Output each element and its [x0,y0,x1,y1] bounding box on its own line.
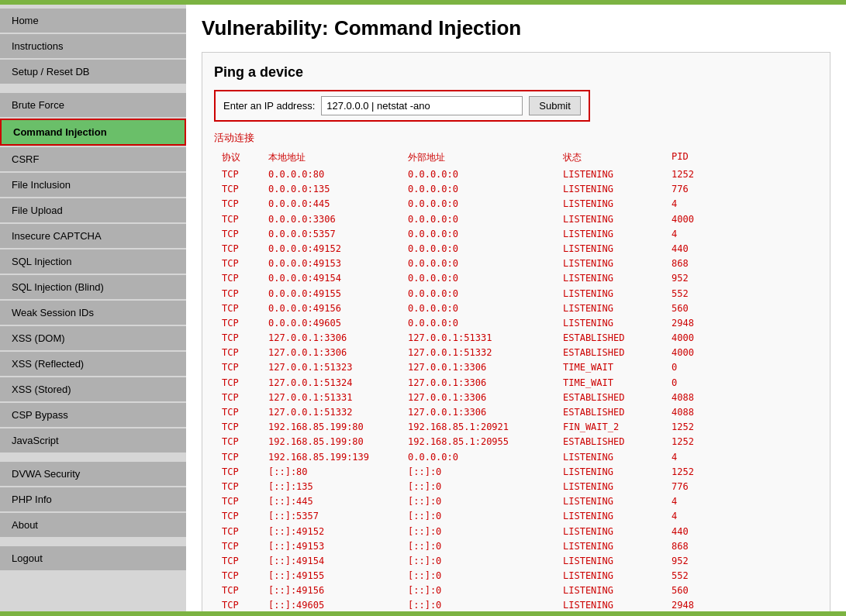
table-cell: [::]:49154 [268,554,408,569]
col-protocol: 协议 [222,151,268,164]
table-cell: 127.0.0.1:3306 [408,376,563,391]
table-cell: 192.168.85.199:80 [268,435,408,449]
table-cell: 127.0.0.1:51323 [268,360,408,375]
col-local: 本地地址 [268,151,408,164]
sidebar-item-home[interactable]: Home [0,9,186,33]
netstat-output: 协议 本地地址 外部地址 状态 PID TCP0.0.0.0:800.0.0.0… [214,151,818,611]
sidebar-item-file-inclusion[interactable]: File Inclusion [0,173,186,197]
table-cell: [::]:0 [408,583,563,598]
table-cell: TCP [222,227,268,242]
table-cell: 0.0.0.0:80 [268,167,408,182]
table-cell: LISTENING [563,583,672,598]
table-cell: [::]:135 [268,480,408,494]
table-cell: [::]:0 [408,494,563,509]
sidebar-item-logout[interactable]: Logout [0,546,186,570]
sidebar-item-csrf[interactable]: CSRF [0,147,186,171]
table-cell: 192.168.85.199:139 [268,450,408,465]
table-cell: 952 [672,271,734,286]
submit-button[interactable]: Submit [529,96,580,115]
table-row: TCP127.0.0.1:51324127.0.0.1:3306TIME_WAI… [214,376,818,391]
table-cell: 440 [672,525,734,539]
sidebar-item-javascript[interactable]: JavaScript [0,428,186,453]
table-cell: [::]:0 [408,465,563,480]
table-cell: TCP [222,346,268,360]
table-row: TCP127.0.0.1:51331127.0.0.1:3306ESTABLIS… [214,391,818,405]
ip-input[interactable] [321,96,523,115]
table-cell: 868 [672,256,734,271]
sidebar-item-sql-injection-blind[interactable]: SQL Injection (Blind) [0,275,186,299]
table-cell: [::]:0 [408,480,563,494]
sidebar-item-file-upload[interactable]: File Upload [0,198,186,222]
table-cell: 127.0.0.1:3306 [408,360,563,375]
table-cell: 0.0.0.0:0 [408,316,563,331]
table-cell: 440 [672,242,734,256]
table-cell: LISTENING [563,598,672,611]
table-cell: 1252 [672,420,734,435]
sidebar-item-csp-bypass[interactable]: CSP Bypass [0,403,186,427]
table-row: TCP[::]:49153[::]:0LISTENING868 [214,539,818,554]
main-content: Vulnerability: Command Injection Ping a … [186,5,846,611]
table-cell: LISTENING [563,569,672,583]
table-row: TCP[::]:135[::]:0LISTENING776 [214,480,818,494]
col-external: 外部地址 [408,151,563,164]
table-cell: TCP [222,360,268,375]
table-cell: 0.0.0.0:445 [268,197,408,212]
sidebar-item-instructions[interactable]: Instructions [0,34,186,58]
table-cell: TCP [222,287,268,301]
table-row: TCP192.168.85.199:80192.168.85.1:20921FI… [214,420,818,435]
sidebar-item-setup-reset-db[interactable]: Setup / Reset DB [0,60,186,84]
table-cell: 1252 [672,435,734,449]
sidebar-item-brute-force[interactable]: Brute Force [0,93,186,117]
sidebar-item-sql-injection[interactable]: SQL Injection [0,249,186,274]
sidebar-item-about[interactable]: About [0,513,186,537]
sidebar-item-xss-reflected[interactable]: XSS (Reflected) [0,352,186,376]
table-cell: [::]:49155 [268,569,408,583]
table-row: TCP[::]:80[::]:0LISTENING1252 [214,465,818,480]
sidebar-item-dvwa-security[interactable]: DVWA Security [0,462,186,486]
table-cell: TCP [222,420,268,435]
sidebar-item-insecure-captcha[interactable]: Insecure CAPTCHA [0,224,186,248]
table-row: TCP[::]:49154[::]:0LISTENING952 [214,554,818,569]
table-row: TCP127.0.0.1:3306127.0.0.1:51331ESTABLIS… [214,331,818,346]
table-cell: 0.0.0.0:0 [408,271,563,286]
table-cell: TIME_WAIT [563,376,672,391]
ping-panel: Ping a device Enter an IP address: Submi… [202,52,830,611]
table-cell: 0.0.0.0:0 [408,242,563,256]
table-cell: 0.0.0.0:49156 [268,301,408,316]
table-cell: LISTENING [563,465,672,480]
table-cell: 1252 [672,167,734,182]
table-cell: 4 [672,197,734,212]
table-cell: LISTENING [563,287,672,301]
table-cell: 1252 [672,465,734,480]
table-row: TCP[::]:49156[::]:0LISTENING560 [214,583,818,598]
table-cell: 4000 [672,331,734,346]
table-cell: LISTENING [563,197,672,212]
table-cell: ESTABLISHED [563,391,672,405]
table-cell: LISTENING [563,242,672,256]
table-cell: TCP [222,182,268,197]
sidebar-item-xss-stored[interactable]: XSS (Stored) [0,377,186,401]
table-row: TCP0.0.0.0:800.0.0.0:0LISTENING1252 [214,167,818,182]
table-cell: 127.0.0.1:51324 [268,376,408,391]
table-cell: 192.168.85.1:20921 [408,420,563,435]
table-cell: [::]:49156 [268,583,408,598]
table-row: TCP0.0.0.0:33060.0.0.0:0LISTENING4000 [214,212,818,227]
table-cell: TCP [222,316,268,331]
sidebar-item-xss-dom[interactable]: XSS (DOM) [0,326,186,350]
table-cell: LISTENING [563,212,672,227]
active-connections-label: 活动连接 [214,131,818,145]
table-cell: TIME_WAIT [563,360,672,375]
table-cell: TCP [222,525,268,539]
table-cell: LISTENING [563,316,672,331]
sidebar-item-php-info[interactable]: PHP Info [0,487,186,511]
table-cell: TCP [222,509,268,524]
table-cell: TCP [222,450,268,465]
table-cell: TCP [222,242,268,256]
table-row: TCP0.0.0.0:491550.0.0.0:0LISTENING552 [214,287,818,301]
sidebar-item-weak-session-ids[interactable]: Weak Session IDs [0,301,186,325]
sidebar-item-command-injection[interactable]: Command Injection [0,119,186,146]
table-cell: TCP [222,405,268,420]
table-row: TCP0.0.0.0:491560.0.0.0:0LISTENING560 [214,301,818,316]
table-cell: 127.0.0.1:51331 [408,331,563,346]
table-cell: TCP [222,376,268,391]
